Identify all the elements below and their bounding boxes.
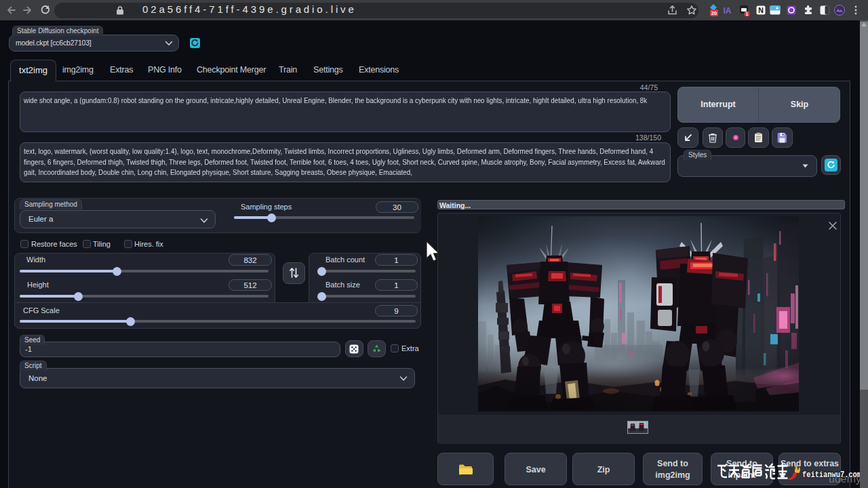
svg-text:20: 20 <box>711 10 717 16</box>
svg-text:1: 1 <box>746 12 749 16</box>
svg-text:IA: IA <box>724 6 732 16</box>
svg-text:feitianwu7.com: feitianwu7.com <box>802 470 861 480</box>
svg-text:N: N <box>758 6 764 14</box>
